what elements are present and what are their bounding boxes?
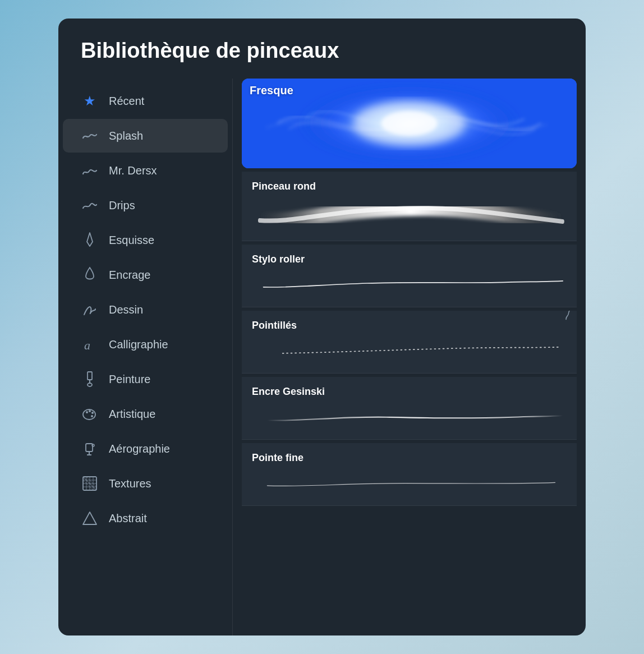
- sidebar-item-splash[interactable]: Splash: [63, 119, 228, 153]
- svg-point-8: [91, 415, 93, 417]
- sidebar-item-mr-dersx[interactable]: Mr. Dersx: [63, 154, 228, 187]
- brush-library-panel: Bibliothèque de pinceaux ★ Récent Splash: [58, 19, 586, 635]
- palette-icon: [81, 405, 99, 423]
- encre-gesinski-stroke: [252, 403, 567, 428]
- svg-rect-9: [86, 444, 93, 452]
- sidebar-label-abstrait: Abstrait: [109, 512, 147, 525]
- star-icon: ★: [81, 92, 99, 110]
- sidebar-item-aerographie[interactable]: Aérographie: [63, 432, 228, 466]
- pencil-icon: [81, 231, 99, 249]
- brush-list: Fresque Pinceau rond: [232, 79, 586, 635]
- brush-card-fresque[interactable]: Fresque: [242, 79, 577, 168]
- pointe-fine-stroke: [252, 469, 567, 494]
- sidebar-label-encrage: Encrage: [109, 269, 151, 282]
- svg-point-28: [381, 111, 438, 136]
- sidebar-item-artistique[interactable]: Artistique: [63, 397, 228, 431]
- svg-text:a: a: [84, 338, 90, 352]
- svg-marker-0: [87, 233, 93, 246]
- brush-card-pointe-fine[interactable]: Pointe fine: [242, 443, 577, 506]
- sidebar-label-splash: Splash: [109, 130, 143, 142]
- sidebar-item-dessin[interactable]: Dessin: [63, 293, 228, 326]
- brush-card-stylo-roller[interactable]: Stylo roller: [242, 245, 577, 307]
- callig-icon: a: [81, 335, 99, 353]
- sidebar-item-esquisse[interactable]: Esquisse: [63, 223, 228, 257]
- sidebar-item-encrage[interactable]: Encrage: [63, 258, 228, 292]
- svg-point-7: [91, 412, 94, 414]
- pinceau-rond-title: Pinceau rond: [252, 181, 567, 198]
- sidebar-label-artistique: Artistique: [109, 408, 155, 421]
- sidebar-item-textures[interactable]: Textures: [63, 467, 228, 500]
- pointe-fine-title: Pointe fine: [252, 452, 567, 469]
- sidebar-item-peinture[interactable]: Peinture: [63, 362, 228, 396]
- sidebar-item-recent[interactable]: ★ Récent: [63, 84, 228, 118]
- stylo-roller-title: Stylo roller: [252, 254, 567, 271]
- pointilles-stroke: [252, 337, 567, 362]
- texture-icon: [81, 475, 99, 492]
- sidebar-label-dessin: Dessin: [109, 303, 143, 316]
- stylo-roller-stroke: [252, 271, 567, 296]
- sidebar-label-aerographie: Aérographie: [109, 443, 170, 455]
- ink-icon: [81, 266, 99, 284]
- fresque-title: Fresque: [250, 84, 293, 97]
- pointilles-title: Pointillés: [252, 320, 567, 337]
- sidebar-label-drips: Drips: [109, 199, 135, 212]
- svg-point-6: [89, 410, 91, 412]
- wave3-icon: [81, 196, 99, 214]
- brush-card-pointilles[interactable]: Pointillés: [242, 311, 577, 374]
- encre-gesinski-title: Encre Gesinski: [252, 386, 567, 403]
- sidebar-item-drips[interactable]: Drips: [63, 188, 228, 222]
- airbrush-icon: [81, 440, 99, 458]
- scribble-icon: [81, 301, 99, 319]
- pinceau-rond-stroke: [252, 198, 567, 229]
- sidebar-item-calligraphie[interactable]: a Calligraphie: [63, 328, 228, 361]
- svg-point-5: [86, 411, 88, 413]
- sidebar-label-peinture: Peinture: [109, 373, 151, 386]
- triangle-icon: [81, 509, 99, 527]
- sidebar-label-esquisse: Esquisse: [109, 234, 154, 247]
- brush-icon: [81, 370, 99, 388]
- sidebar-label-mr-dersx: Mr. Dersx: [109, 164, 157, 177]
- sidebar-item-abstrait[interactable]: Abstrait: [63, 501, 228, 535]
- svg-rect-2: [88, 372, 92, 380]
- panel-body: ★ Récent Splash Mr. Dersx: [58, 79, 586, 635]
- sidebar-label-recent: Récent: [109, 95, 144, 108]
- svg-marker-24: [83, 512, 96, 524]
- sidebar-label-calligraphie: Calligraphie: [109, 338, 168, 351]
- brush-card-pinceau-rond[interactable]: Pinceau rond: [242, 172, 577, 241]
- sidebar: ★ Récent Splash Mr. Dersx: [58, 79, 232, 635]
- sidebar-label-textures: Textures: [109, 477, 151, 490]
- brush-card-encre-gesinski[interactable]: Encre Gesinski: [242, 377, 577, 440]
- wave2-icon: [81, 162, 99, 179]
- wave-icon: [81, 127, 99, 145]
- panel-title: Bibliothèque de pinceaux: [58, 19, 586, 79]
